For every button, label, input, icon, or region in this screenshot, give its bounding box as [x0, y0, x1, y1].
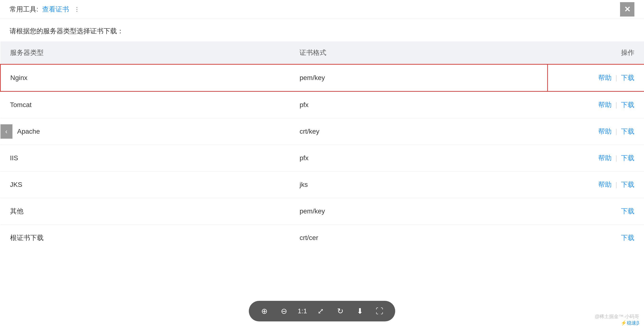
nginx-download-link[interactable]: 下载: [621, 73, 634, 82]
bottom-toolbar: ⊕ ⊖ 1:1 ⤢ ↻ ⬇ ⛶: [249, 301, 395, 322]
table-row-apache: ‹ Apache crt/key 帮助 | 下载: [0, 118, 644, 145]
download-icon: ⬇: [357, 306, 363, 316]
view-cert-link[interactable]: 查看证书: [42, 5, 69, 14]
tomcat-download-link[interactable]: 下载: [621, 100, 634, 110]
zoom-in-button[interactable]: ⊕: [258, 305, 270, 317]
other-server-type: 其他: [0, 198, 290, 225]
nginx-cert-format: pem/key: [290, 64, 548, 92]
iis-download-link[interactable]: 下载: [621, 154, 634, 163]
nginx-action-links: 帮助 | 下载: [558, 73, 634, 82]
fit-button[interactable]: ⤢: [314, 305, 326, 317]
jks-action-links: 帮助 | 下载: [557, 180, 634, 189]
zoom-out-button[interactable]: ⊖: [278, 305, 290, 317]
apache-divider: |: [616, 128, 617, 135]
zoom-out-icon: ⊖: [281, 306, 287, 316]
jks-divider: |: [616, 181, 617, 188]
jks-server-type: JKS: [0, 172, 290, 198]
root-cert-action-links: 下载: [557, 233, 634, 242]
iis-actions: 帮助 | 下载: [548, 145, 644, 172]
jks-cert-format: jks: [290, 172, 548, 198]
apache-help-link[interactable]: 帮助: [598, 127, 612, 136]
apache-cert-format: crt/key: [290, 118, 548, 145]
fullscreen-icon: ⛶: [376, 307, 383, 316]
back-button[interactable]: ‹: [0, 124, 12, 139]
jks-help-link[interactable]: 帮助: [598, 180, 612, 189]
zoom-ratio-label: 1:1: [298, 307, 307, 315]
other-cert-format: pem/key: [290, 198, 548, 225]
root-cert-download-link[interactable]: 下载: [621, 233, 634, 242]
tomcat-server-type: Tomcat: [0, 92, 290, 118]
col-actions: 操作: [548, 42, 644, 64]
apache-download-link[interactable]: 下载: [621, 127, 634, 136]
root-cert-server-type: 根证书下载: [0, 225, 290, 251]
other-actions: 下载: [548, 198, 644, 225]
other-action-links: 下载: [557, 207, 634, 216]
tomcat-actions: 帮助 | 下载: [548, 92, 644, 118]
other-download-link[interactable]: 下载: [621, 207, 634, 216]
table-row-root-cert: 根证书下载 crt/cer 下载: [0, 225, 644, 251]
rotate-icon: ↻: [337, 306, 344, 316]
col-cert-format: 证书格式: [290, 42, 548, 64]
table-header-row: 服务器类型 证书格式 操作: [0, 42, 644, 64]
iis-action-links: 帮助 | 下载: [557, 154, 634, 163]
table-row-tomcat: Tomcat pfx 帮助 | 下载: [0, 92, 644, 118]
jks-download-link[interactable]: 下载: [621, 180, 634, 189]
table-row-jks: JKS jks 帮助 | 下载: [0, 172, 644, 198]
nginx-actions: 帮助 | 下载: [548, 64, 644, 92]
jks-actions: 帮助 | 下载: [548, 172, 644, 198]
tomcat-help-link[interactable]: 帮助: [598, 100, 612, 110]
cert-download-table: 服务器类型 证书格式 操作 Nginx pem/key 帮助 | 下载: [0, 42, 644, 251]
table-row-other: 其他 pem/key 下载: [0, 198, 644, 225]
iis-divider: |: [616, 154, 617, 162]
root-cert-format: crt/cer: [290, 225, 548, 251]
fit-icon: ⤢: [318, 306, 324, 316]
root-cert-actions: 下载: [548, 225, 644, 251]
header-bar: 常用工具: 查看证书 ⋮ ✕: [0, 0, 644, 19]
iis-server-type: IIS: [0, 145, 290, 172]
close-button[interactable]: ✕: [620, 2, 634, 16]
apache-actions: 帮助 | 下载: [548, 118, 644, 145]
zoom-in-icon: ⊕: [261, 306, 268, 316]
nginx-help-link[interactable]: 帮助: [598, 73, 612, 82]
watermark: @稀土掘金™·小码哥 ⚡稳速β: [595, 313, 639, 326]
iis-help-link[interactable]: 帮助: [598, 154, 612, 163]
page-wrapper: 常用工具: 查看证书 ⋮ ✕ 请根据您的服务器类型选择证书下载： 服务器类型 证…: [0, 0, 644, 331]
nginx-server-type: Nginx: [0, 64, 290, 92]
watermark-line2: ⚡稳速β: [595, 320, 639, 326]
header-title-area: 常用工具: 查看证书 ⋮: [10, 5, 634, 14]
col-server-type: 服务器类型: [0, 42, 290, 64]
download-button[interactable]: ⬇: [354, 305, 366, 317]
apache-action-links: 帮助 | 下载: [557, 127, 634, 136]
more-options-icon[interactable]: ⋮: [73, 5, 82, 14]
tomcat-cert-format: pfx: [290, 92, 548, 118]
iis-cert-format: pfx: [290, 145, 548, 172]
header-label: 常用工具:: [10, 5, 38, 14]
fullscreen-button[interactable]: ⛶: [374, 305, 386, 317]
apache-server-type: ‹ Apache: [0, 118, 290, 145]
page-subtitle: 请根据您的服务器类型选择证书下载：: [0, 19, 644, 42]
tomcat-action-links: 帮助 | 下载: [557, 100, 634, 110]
table-row-nginx: Nginx pem/key 帮助 | 下载: [0, 64, 644, 92]
rotate-button[interactable]: ↻: [334, 305, 346, 317]
watermark-line1: @稀土掘金™·小码哥: [595, 313, 639, 320]
table-row-iis: IIS pfx 帮助 | 下载: [0, 145, 644, 172]
tomcat-divider: |: [616, 101, 617, 109]
nginx-divider: |: [616, 74, 617, 82]
